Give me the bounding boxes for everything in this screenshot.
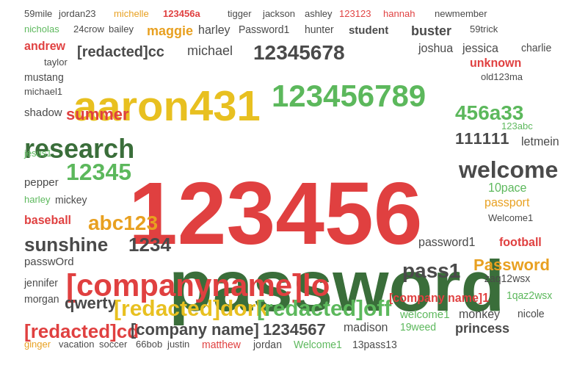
word-item: jordan [253,339,282,350]
word-item: shadow [24,107,62,118]
word-item: ashley [305,9,333,18]
word-item: matthew [202,339,241,350]
word-item: jennifer [24,278,58,288]
word-item: 123456 [128,169,422,257]
word-item: letmein [521,136,559,148]
word-item: joshua [418,43,453,54]
word-item: michelle [114,9,149,18]
word-item: jackson [263,9,295,18]
word-item: michael [187,44,233,57]
word-item: michael1 [24,87,62,96]
word-item: [redacted]off [257,297,391,320]
word-item: harley [24,195,50,204]
word-item: [company name]1 [389,292,489,304]
word-item: old123ma [481,72,523,82]
word-item: Password1 [239,24,289,35]
word-item: soccer [99,339,127,349]
word-item: 111111 [455,131,509,147]
word-item: 24crow [73,24,104,34]
word-item: 59mile [24,9,52,18]
word-item: harley [198,24,231,36]
word-item: 66bob [136,339,162,349]
word-item: ginger [24,339,51,349]
word-item: 123123 [339,9,371,18]
word-item: zaq12wsx [484,273,530,284]
word-item: welcome [459,158,558,181]
word-item: madison [344,322,388,333]
word-item: student [349,24,388,35]
word-item: [redacted]cc [77,44,164,59]
word-item: 13pass13 [352,339,397,350]
word-item: pepper [24,176,59,187]
word-item: vacation [59,339,94,349]
word-item: monkey [459,309,500,320]
word-item: [redacted]dork [114,297,268,320]
word-item: 1234567 [263,322,326,338]
word-item: sunshine [24,235,108,254]
word-cloud: 59milejordan23michelle123456atiggerjacks… [0,0,588,368]
word-item: Welcome1 [294,339,342,350]
word-item: baseball [24,214,71,226]
word-item: welcome1 [400,309,450,320]
word-item: password1 [418,237,475,248]
word-item: 59trick [470,24,498,34]
word-item: 19weed [400,322,436,332]
word-item: [company name] [131,322,259,338]
word-item: 1234 [128,235,171,254]
word-item: 12345 [66,160,131,184]
word-item: hannah [383,9,415,18]
word-item: princess [455,322,509,335]
word-item: pass1 [402,261,460,281]
word-item: tigger [228,9,252,18]
word-item: jessica [462,43,498,54]
word-item: unknown [470,57,521,69]
word-item: morgan [24,294,59,304]
word-item: jordan23 [59,9,96,18]
word-item: passwOrd [24,256,74,267]
word-item: abc123 [88,213,158,234]
word-item: 10pace [488,182,527,194]
word-item: 1qaz2wsx [507,290,552,300]
word-item: 12345678 [253,43,345,63]
word-item: bailey [109,24,134,34]
word-item: taylor [44,57,68,67]
word-item: hunter [305,24,334,35]
word-item: summer [66,107,129,123]
word-item: newmember [435,9,487,18]
word-item: Password [473,257,550,273]
word-item: nicholas [24,24,59,34]
word-item: 123456a [163,9,200,18]
word-item: charlie [521,43,551,53]
word-item: mustang [24,72,64,82]
word-item: qwerty [65,295,117,311]
word-item: 123456789 [272,81,426,112]
word-item: nicole [518,309,545,319]
word-item: andrew [24,40,65,52]
word-item: maggie [147,24,193,37]
word-item: buster [411,24,451,37]
word-item: passport [484,197,529,209]
word-item: Welcome1 [488,213,533,223]
word-item: football [499,237,542,248]
word-item: 123abc [501,121,533,131]
word-item: justin [167,339,189,349]
word-item: mickey [55,195,87,205]
word-item: jesus1 [24,148,52,158]
